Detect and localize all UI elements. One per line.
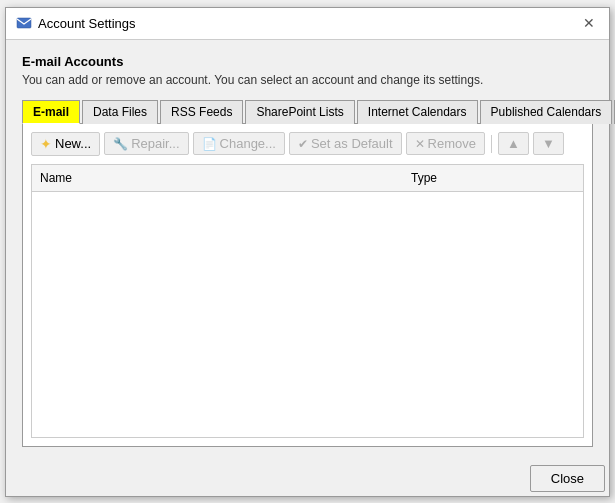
- section-title: E-mail Accounts: [22, 54, 593, 69]
- section-description: You can add or remove an account. You ca…: [22, 73, 593, 87]
- table-header: Name Type: [32, 165, 583, 192]
- tab-rss-feeds[interactable]: RSS Feeds: [160, 100, 243, 124]
- down-arrow-icon: ▼: [542, 136, 555, 151]
- tab-data-files[interactable]: Data Files: [82, 100, 158, 124]
- change-icon: 📄: [202, 137, 217, 151]
- tab-published-calendars[interactable]: Published Calendars: [480, 100, 613, 124]
- dialog-icon: [16, 15, 32, 31]
- email-panel: ✦ New... 🔧 Repair... 📄 Change... ✔ Set a…: [22, 124, 593, 447]
- dialog-title: Account Settings: [38, 16, 136, 31]
- tab-internet-calendars[interactable]: Internet Calendars: [357, 100, 478, 124]
- remove-label: Remove: [428, 136, 476, 151]
- tab-email[interactable]: E-mail: [22, 100, 80, 124]
- change-button[interactable]: 📄 Change...: [193, 132, 285, 155]
- type-column-header: Type: [403, 169, 583, 187]
- toolbar-separator: [491, 135, 492, 153]
- remove-icon: ✕: [415, 137, 425, 151]
- new-button[interactable]: ✦ New...: [31, 132, 100, 156]
- tabs-container: E-mail Data Files RSS Feeds SharePoint L…: [22, 99, 593, 124]
- account-settings-dialog: Account Settings ✕ E-mail Accounts You c…: [5, 7, 610, 497]
- name-column-header: Name: [32, 169, 403, 187]
- new-star-icon: ✦: [40, 136, 52, 152]
- dialog-content: E-mail Accounts You can add or remove an…: [6, 40, 609, 457]
- dialog-footer: Close: [6, 457, 609, 496]
- repair-button[interactable]: 🔧 Repair...: [104, 132, 188, 155]
- close-dialog-button[interactable]: Close: [530, 465, 605, 492]
- set-default-label: Set as Default: [311, 136, 393, 151]
- set-default-button[interactable]: ✔ Set as Default: [289, 132, 402, 155]
- title-bar-left: Account Settings: [16, 15, 136, 31]
- up-arrow-icon: ▲: [507, 136, 520, 151]
- change-label: Change...: [220, 136, 276, 151]
- accounts-table: Name Type: [31, 164, 584, 438]
- set-default-icon: ✔: [298, 137, 308, 151]
- move-down-button[interactable]: ▼: [533, 132, 564, 155]
- new-label: New...: [55, 136, 91, 151]
- toolbar: ✦ New... 🔧 Repair... 📄 Change... ✔ Set a…: [31, 132, 584, 156]
- dialog-close-button[interactable]: ✕: [579, 13, 599, 33]
- tab-sharepoint-lists[interactable]: SharePoint Lists: [245, 100, 354, 124]
- repair-label: Repair...: [131, 136, 179, 151]
- repair-icon: 🔧: [113, 137, 128, 151]
- remove-button[interactable]: ✕ Remove: [406, 132, 485, 155]
- move-up-button[interactable]: ▲: [498, 132, 529, 155]
- title-bar: Account Settings ✕: [6, 8, 609, 40]
- table-body: [32, 192, 583, 437]
- svg-rect-0: [17, 18, 31, 28]
